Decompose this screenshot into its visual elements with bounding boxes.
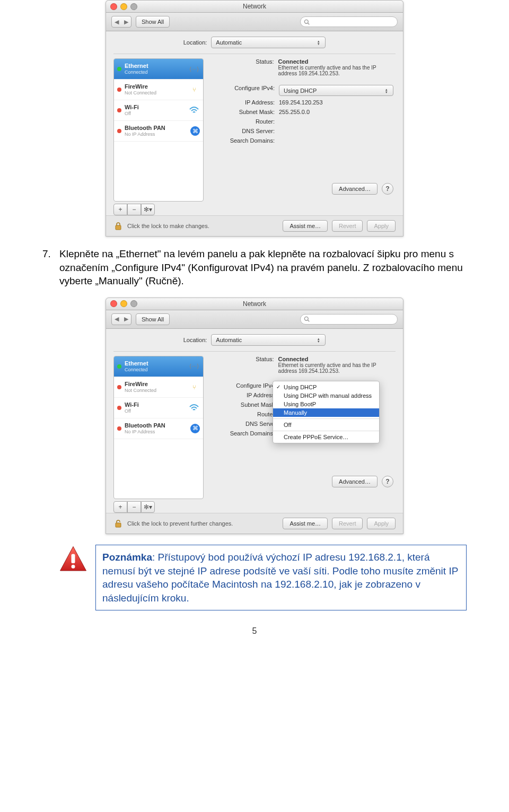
add-interface-button[interactable]: +	[113, 501, 127, 513]
wifi-icon	[188, 402, 200, 414]
sidebar-item-ethernet[interactable]: Ethernet Connected ⟨···⟩	[114, 59, 203, 80]
interface-sidebar: Ethernet Connected ⟨···⟩ FireWire Not Co…	[113, 356, 204, 499]
menu-separator	[273, 418, 379, 419]
configure-ipv4-menu: Using DHCP Using DHCP with manual addres…	[273, 381, 380, 443]
updown-icon: ▴▾	[383, 88, 390, 93]
sidebar-item-label: FireWire	[125, 83, 156, 90]
sidebar-item-label: Bluetooth PAN	[125, 422, 165, 429]
assist-me-button[interactable]: Assist me…	[283, 220, 328, 232]
advanced-button[interactable]: Advanced…	[332, 183, 378, 195]
advanced-button[interactable]: Advanced…	[332, 476, 378, 487]
note-box: Poznámka: Přístupový bod používá výchozí…	[95, 545, 467, 611]
menu-item-bootp[interactable]: Using BootP	[273, 400, 379, 408]
router-label: Router:	[212, 118, 279, 125]
location-value: Automatic	[216, 39, 242, 46]
lock-icon[interactable]	[113, 221, 123, 231]
unlock-icon[interactable]	[113, 519, 123, 528]
titlebar: Network	[106, 298, 403, 310]
configure-ipv4-value: Using DHCP	[284, 88, 317, 94]
revert-button[interactable]: Revert	[332, 220, 363, 232]
revert-button[interactable]: Revert	[332, 518, 363, 529]
menu-item-off[interactable]: Off	[273, 421, 379, 429]
nav-back-forward[interactable]: ◀▶	[111, 16, 131, 28]
help-button[interactable]: ?	[382, 183, 393, 195]
location-select[interactable]: Automatic ▴▾	[211, 37, 326, 48]
remove-interface-button[interactable]: −	[127, 501, 141, 513]
status-label: Status:	[212, 58, 278, 65]
network-window-2: Network ◀▶ Show All Location: Automatic …	[106, 298, 403, 534]
sidebar-item-label: Ethernet	[125, 63, 148, 69]
assist-me-button[interactable]: Assist me…	[283, 518, 328, 529]
svg-line-4	[308, 320, 310, 322]
apply-button[interactable]: Apply	[367, 220, 396, 232]
page-number: 5	[42, 626, 467, 636]
interface-actions-button[interactable]: ✻▾	[141, 501, 155, 513]
add-interface-button[interactable]: +	[113, 204, 127, 215]
sidebar-item-firewire[interactable]: FireWire Not Connected ⑂	[114, 80, 203, 100]
step-body: Klepněte na „Ethernet" na levém panelu a…	[59, 247, 467, 288]
status-desc: Ethernet is currently active and has the…	[278, 362, 393, 374]
note-label: Poznámka	[102, 552, 152, 563]
sidebar-item-bluetooth[interactable]: Bluetooth PAN No IP Address ⌘	[114, 418, 203, 439]
sidebar-item-sub: Connected	[125, 366, 148, 373]
interface-sidebar: Ethernet Connected ⟨···⟩ FireWire Not Co…	[113, 58, 204, 202]
search-icon	[304, 316, 310, 322]
menu-item-dhcp-manual[interactable]: Using DHCP with manual address	[273, 391, 379, 400]
sidebar-item-sub: Not Connected	[125, 90, 156, 96]
sidebar-item-wifi[interactable]: Wi-Fi Off	[114, 100, 203, 121]
bluetooth-icon: ⌘	[190, 424, 200, 433]
svg-rect-5	[116, 523, 121, 527]
apply-button[interactable]: Apply	[367, 518, 396, 529]
remove-interface-button[interactable]: −	[127, 204, 141, 215]
router-label: Router	[212, 411, 279, 417]
ethernet-icon: ⟨···⟩	[188, 63, 200, 75]
ip-address-value: 169.254.120.253	[279, 99, 323, 106]
menu-item-manually[interactable]: Manually	[273, 408, 379, 417]
note-text: : Přístupový bod používá výchozí IP adre…	[102, 552, 458, 604]
window-title: Network	[106, 300, 403, 308]
sidebar-item-ethernet[interactable]: Ethernet Connected ⟨···⟩	[114, 356, 203, 377]
show-all-button[interactable]: Show All	[136, 16, 170, 28]
configure-ipv4-select[interactable]: Using DHCP ▴▾	[279, 85, 393, 96]
status-dot-icon	[117, 88, 121, 92]
search-icon	[304, 19, 310, 25]
sidebar-item-bluetooth[interactable]: Bluetooth PAN No IP Address ⌘	[114, 121, 203, 142]
svg-rect-2	[116, 225, 121, 230]
sidebar-item-label: Ethernet	[125, 360, 148, 366]
step-7-text: 7. Klepněte na „Ethernet" na levém panel…	[42, 247, 467, 288]
note-block: Poznámka: Přístupový bod používá výchozí…	[58, 545, 467, 611]
updown-icon: ▴▾	[315, 40, 322, 45]
updown-icon: ▴▾	[315, 337, 322, 343]
location-select[interactable]: Automatic ▴▾	[211, 334, 326, 346]
show-all-button[interactable]: Show All	[136, 313, 170, 325]
nav-back-forward[interactable]: ◀▶	[111, 313, 131, 325]
dns-server-label: DNS Server:	[212, 128, 279, 134]
search-input[interactable]	[300, 314, 398, 325]
interface-actions-button[interactable]: ✻▾	[141, 204, 155, 215]
status-dot-icon	[117, 129, 121, 133]
lock-text: Click the lock to make changes.	[127, 223, 278, 229]
svg-rect-6	[72, 554, 75, 563]
bottom-bar: Click the lock to make changes. Assist m…	[106, 215, 403, 236]
search-input[interactable]	[300, 16, 398, 27]
dns-server-label: DNS Serve	[212, 421, 279, 427]
menu-item-create-pppoe[interactable]: Create PPPoE Service…	[273, 433, 379, 441]
sidebar-item-firewire[interactable]: FireWire Not Connected ⑂	[114, 377, 203, 398]
svg-point-7	[72, 565, 75, 569]
status-dot-icon	[117, 364, 121, 369]
toolbar: ◀▶ Show All	[106, 310, 403, 329]
status-dot-icon	[117, 108, 121, 112]
titlebar: Network	[106, 1, 403, 13]
ip-address-label: IP Address:	[212, 99, 279, 106]
wifi-icon	[188, 104, 200, 116]
menu-item-using-dhcp[interactable]: Using DHCP	[273, 383, 379, 391]
svg-line-1	[308, 23, 310, 24]
sidebar-item-label: Bluetooth PAN	[125, 125, 165, 131]
help-button[interactable]: ?	[382, 476, 393, 487]
bottom-bar: Click the lock to prevent further change…	[106, 513, 403, 534]
configure-ipv4-label: Configure IPv4:	[212, 85, 279, 91]
lock-text: Click the lock to prevent further change…	[127, 520, 278, 527]
status-dot-icon	[117, 406, 121, 410]
sidebar-item-wifi[interactable]: Wi-Fi Off	[114, 398, 203, 418]
subnet-mask-value: 255.255.0.0	[279, 109, 310, 115]
